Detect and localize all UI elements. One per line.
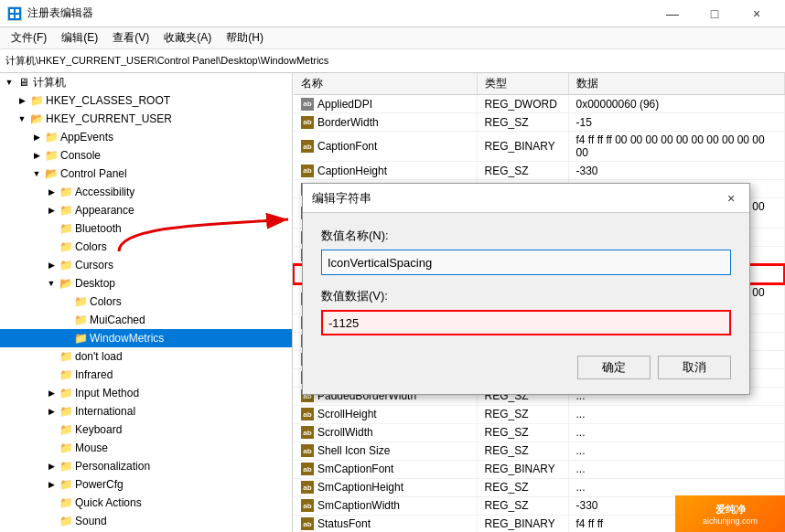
tree-item-windowmetrics[interactable]: 📁 WindowMetrics	[0, 329, 292, 347]
tree-item-dontload[interactable]: 📁 don't load	[0, 347, 292, 366]
close-button[interactable]: ×	[736, 0, 778, 27]
reg-name: SmCaptionFont	[317, 463, 393, 475]
menu-edit[interactable]: 编辑(E)	[54, 28, 105, 48]
reg-type-icon: ab	[301, 481, 314, 494]
tree-item-appearance[interactable]: ▶ 📁 Appearance	[0, 201, 292, 219]
table-row[interactable]: abCaptionHeightREG_SZ-330	[294, 162, 784, 180]
tree-panel: ▼ 🖥 计算机 ▶ 📁 HKEY_CLASSES_ROOT ▼ 📂 HKEY_C…	[0, 73, 293, 532]
reg-type: REG_SZ	[477, 113, 568, 132]
folder-icon: 📁	[59, 459, 73, 473]
tree-item-cursors[interactable]: ▶ 📁 Cursors	[0, 256, 292, 274]
folder-icon: 📁	[59, 367, 73, 382]
tree-label: Colors	[75, 240, 107, 253]
table-row[interactable]: abAppliedDPIREG_DWORD0x00000060 (96)	[294, 95, 784, 113]
tree-item-colors-cp[interactable]: 📁 Colors	[0, 238, 292, 256]
modal-cancel-button[interactable]: 取消	[658, 356, 731, 379]
reg-data: ...	[568, 478, 784, 496]
reg-name-cell: abAppliedDPI	[294, 95, 477, 113]
folder-icon: 📁	[59, 422, 73, 437]
tree-item-inputmethod[interactable]: ▶ 📁 Input Method	[0, 384, 292, 402]
menu-view[interactable]: 查看(V)	[105, 28, 156, 48]
tree-item-mouse[interactable]: 📁 Mouse	[0, 439, 292, 457]
table-row[interactable]: abCaptionFontREG_BINARYf4 ff ff ff 00 00…	[294, 132, 784, 162]
reg-data: ...	[568, 460, 784, 478]
tree-item-accessibility[interactable]: ▶ 📁 Accessibility	[0, 183, 292, 201]
reg-type-icon: ab	[301, 408, 314, 420]
reg-name-cell: abStatusFont	[294, 515, 477, 532]
folder-icon: 📁	[59, 239, 73, 254]
tree-item-hkcu[interactable]: ▼ 📂 HKEY_CURRENT_USER	[0, 110, 292, 128]
tree-label: Mouse	[75, 442, 108, 454]
tree-label: PowerCfg	[75, 478, 124, 491]
modal-title: 编辑字符串	[312, 190, 371, 207]
tree-item-appevents[interactable]: ▶ 📁 AppEvents	[0, 128, 292, 146]
tree-label: don't load	[75, 350, 123, 363]
modal-name-input[interactable]	[321, 250, 731, 275]
tree-item-hkcr[interactable]: ▶ 📁 HKEY_CLASSES_ROOT	[0, 91, 292, 110]
folder-icon: 📁	[59, 386, 73, 400]
reg-name-cell: abScrollHeight	[294, 405, 477, 423]
minimize-button[interactable]: —	[651, 0, 694, 27]
tree-arrow: ▶	[44, 206, 59, 215]
maximize-button[interactable]: □	[694, 0, 736, 27]
tree-item-sound[interactable]: 📁 Sound	[0, 512, 292, 530]
reg-name: ScrollWidth	[317, 426, 373, 439]
tree-arrow: ▶	[15, 96, 29, 105]
tree-item-quickactions[interactable]: 📁 Quick Actions	[0, 494, 292, 512]
tree-label: AppEvents	[60, 131, 113, 144]
tree-item-infrared[interactable]: 📁 Infrared	[0, 366, 292, 384]
tree-label: Sound	[75, 515, 107, 527]
tree-item-muicached[interactable]: 📁 MuiCached	[0, 311, 292, 329]
folder-icon: 📁	[59, 258, 73, 272]
reg-name: Shell Icon Size	[317, 444, 390, 457]
tree-item-controlpanel[interactable]: ▼ 📂 Control Panel	[0, 165, 292, 183]
tree-item-keyboard[interactable]: 📁 Keyboard	[0, 420, 292, 439]
col-type: 类型	[477, 73, 568, 95]
reg-type-icon: ab	[301, 165, 314, 177]
tree-item-desktop[interactable]: ▼ 📂 Desktop	[0, 274, 292, 293]
reg-data: -15	[568, 113, 784, 132]
table-row[interactable]: abSmCaptionHeightREG_SZ...	[294, 478, 784, 496]
tree-arrow: ▶	[44, 462, 59, 471]
folder-icon: 📁	[73, 331, 88, 346]
menu-file[interactable]: 文件(F)	[4, 28, 54, 48]
reg-type: REG_SZ	[477, 442, 568, 460]
table-row[interactable]: abBorderWidthREG_SZ-15	[294, 113, 784, 132]
tree-label: Keyboard	[75, 423, 122, 436]
tree-arrow: ▼	[29, 169, 44, 178]
menu-bar: 文件(F) 编辑(E) 查看(V) 收藏夹(A) 帮助(H)	[0, 27, 785, 49]
tree-arrow: ▶	[44, 407, 59, 416]
tree-item-bluetooth[interactable]: 📁 Bluetooth	[0, 219, 292, 238]
modal-value-input[interactable]	[321, 310, 731, 335]
tree-label: HKEY_CLASSES_ROOT	[46, 94, 170, 107]
tree-arrow	[44, 242, 59, 251]
window-title: 注册表编辑器	[27, 5, 93, 21]
tree-item-international[interactable]: ▶ 📁 International	[0, 402, 292, 420]
tree-item-console[interactable]: ▶ 📁 Console	[0, 146, 292, 165]
tree-item-colors-desktop[interactable]: 📁 Colors	[0, 293, 292, 311]
reg-name: AppliedDPI	[317, 98, 372, 111]
tree-item-powercfg[interactable]: ▶ 📁 PowerCfg	[0, 475, 292, 494]
reg-type-icon: ab	[301, 426, 314, 439]
tree-arrow	[44, 425, 59, 434]
modal-ok-button[interactable]: 确定	[577, 356, 651, 379]
table-row[interactable]: abShell Icon SizeREG_SZ...	[294, 442, 784, 460]
modal-close-button[interactable]: ×	[722, 189, 740, 207]
menu-favorites[interactable]: 收藏夹(A)	[156, 28, 219, 48]
table-row[interactable]: abSmCaptionFontREG_BINARY...	[294, 460, 784, 478]
table-row[interactable]: abScrollHeightREG_SZ...	[294, 405, 784, 423]
tree-item-personalization[interactable]: ▶ 📁 Personalization	[0, 457, 292, 475]
folder-icon: 📁	[59, 495, 73, 510]
tree-arrow: ▶	[44, 261, 59, 270]
reg-type-icon: ab	[301, 444, 314, 457]
tree-label: Input Method	[75, 387, 139, 399]
svg-rect-4	[16, 15, 19, 18]
table-row[interactable]: abScrollWidthREG_SZ...	[294, 423, 784, 442]
reg-name-cell: abShell Icon Size	[294, 442, 477, 460]
watermark-url: aichunjing.com	[703, 516, 758, 526]
reg-name-cell: abSmCaptionHeight	[294, 478, 477, 496]
menu-help[interactable]: 帮助(H)	[219, 28, 271, 48]
table-header-row: 名称 类型 数据	[294, 73, 784, 95]
reg-type: REG_BINARY	[477, 132, 568, 162]
tree-item-computer[interactable]: ▼ 🖥 计算机	[0, 73, 292, 91]
